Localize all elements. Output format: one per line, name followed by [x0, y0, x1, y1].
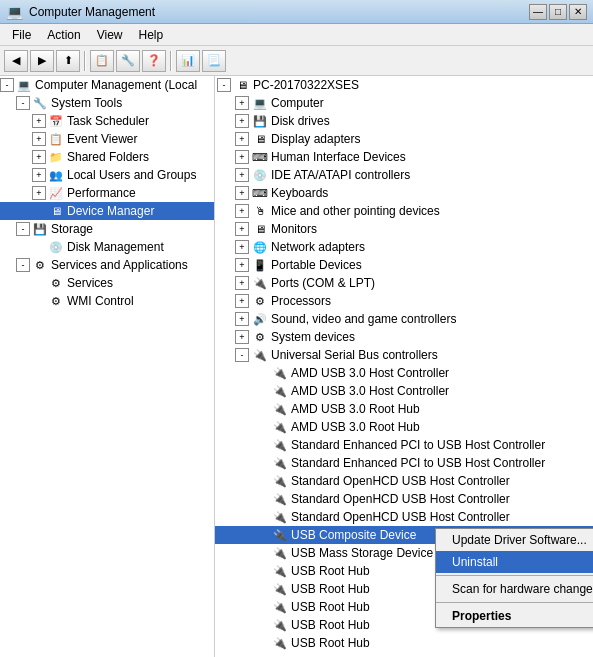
- mice-icon: 🖱: [252, 203, 268, 219]
- usb-controllers-icon: 🔌: [252, 347, 268, 363]
- right-item-disk-drives[interactable]: + 💾 Disk drives: [215, 112, 593, 130]
- performance-expander[interactable]: +: [32, 186, 46, 200]
- right-item-enh-pci-2[interactable]: 🔌 Standard Enhanced PCI to USB Host Cont…: [215, 454, 593, 472]
- ports-expander[interactable]: +: [235, 276, 249, 290]
- properties-toolbar-button[interactable]: 🔧: [116, 50, 140, 72]
- forward-button[interactable]: ▶: [30, 50, 54, 72]
- display-expander[interactable]: +: [235, 132, 249, 146]
- right-item-computer[interactable]: + 💻 Computer: [215, 94, 593, 112]
- context-menu-scan-hardware[interactable]: Scan for hardware changes: [436, 578, 593, 600]
- local-users-expander[interactable]: +: [32, 168, 46, 182]
- keyboards-expander[interactable]: +: [235, 186, 249, 200]
- mice-expander[interactable]: +: [235, 204, 249, 218]
- sidebar-item-performance[interactable]: + 📈 Performance: [0, 184, 214, 202]
- human-interface-expander[interactable]: +: [235, 150, 249, 164]
- task-scheduler-expander[interactable]: +: [32, 114, 46, 128]
- right-item-ide-atapi[interactable]: + 💿 IDE ATA/ATAPI controllers: [215, 166, 593, 184]
- right-item-ports[interactable]: + 🔌 Ports (COM & LPT): [215, 274, 593, 292]
- right-item-sound[interactable]: + 🔊 Sound, video and game controllers: [215, 310, 593, 328]
- network-expander[interactable]: +: [235, 240, 249, 254]
- view-btn-1[interactable]: 📊: [176, 50, 200, 72]
- usb-mass-label: USB Mass Storage Device: [291, 546, 433, 560]
- context-menu-uninstall[interactable]: Uninstall: [436, 551, 593, 573]
- enh-pci-1-label: Standard Enhanced PCI to USB Host Contro…: [291, 438, 545, 452]
- back-button[interactable]: ◀: [4, 50, 28, 72]
- usb-controllers-label: Universal Serial Bus controllers: [271, 348, 438, 362]
- services-apps-expander[interactable]: -: [16, 258, 30, 272]
- right-item-network[interactable]: + 🌐 Network adapters: [215, 238, 593, 256]
- enh-pci-2-label: Standard Enhanced PCI to USB Host Contro…: [291, 456, 545, 470]
- storage-expander[interactable]: -: [16, 222, 30, 236]
- context-menu-update-driver[interactable]: Update Driver Software...: [436, 529, 593, 551]
- amd-hc-2-icon: 🔌: [272, 383, 288, 399]
- maximize-button[interactable]: □: [549, 4, 567, 20]
- sidebar-item-system-tools[interactable]: - 🔧 System Tools: [0, 94, 214, 112]
- root-expander[interactable]: -: [0, 78, 14, 92]
- right-item-human-interface[interactable]: + ⌨ Human Interface Devices: [215, 148, 593, 166]
- sidebar-item-device-manager[interactable]: 🖥 Device Manager: [0, 202, 214, 220]
- sidebar-item-task-scheduler[interactable]: + 📅 Task Scheduler: [0, 112, 214, 130]
- sidebar-item-storage[interactable]: - 💾 Storage: [0, 220, 214, 238]
- system-tools-expander[interactable]: -: [16, 96, 30, 110]
- context-menu-properties[interactable]: Properties: [436, 605, 593, 627]
- right-item-portable[interactable]: + 📱 Portable Devices: [215, 256, 593, 274]
- right-item-system-devices[interactable]: + ⚙ System devices: [215, 328, 593, 346]
- processors-expander[interactable]: +: [235, 294, 249, 308]
- disk-drives-expander[interactable]: +: [235, 114, 249, 128]
- sidebar-item-disk-management[interactable]: 💿 Disk Management: [0, 238, 214, 256]
- amd-hc-1-label: AMD USB 3.0 Host Controller: [291, 366, 449, 380]
- right-item-amd-hub-1[interactable]: 🔌 AMD USB 3.0 Root Hub: [215, 400, 593, 418]
- right-item-amd-hc-1[interactable]: 🔌 AMD USB 3.0 Host Controller: [215, 364, 593, 382]
- left-root-item[interactable]: - 💻 Computer Management (Local: [0, 76, 214, 94]
- right-item-amd-hc-2[interactable]: 🔌 AMD USB 3.0 Host Controller: [215, 382, 593, 400]
- right-item-processors[interactable]: + ⚙ Processors: [215, 292, 593, 310]
- disk-management-label: Disk Management: [67, 240, 164, 254]
- right-item-keyboards[interactable]: + ⌨ Keyboards: [215, 184, 593, 202]
- system-devices-expander[interactable]: +: [235, 330, 249, 344]
- right-item-display-adapters[interactable]: + 🖥 Display adapters: [215, 130, 593, 148]
- enh-pci-2-icon: 🔌: [272, 455, 288, 471]
- usb-controllers-expander[interactable]: -: [235, 348, 249, 362]
- amd-hub-1-label: AMD USB 3.0 Root Hub: [291, 402, 420, 416]
- right-item-enh-pci-1[interactable]: 🔌 Standard Enhanced PCI to USB Host Cont…: [215, 436, 593, 454]
- ide-expander[interactable]: +: [235, 168, 249, 182]
- menu-help[interactable]: Help: [131, 26, 172, 44]
- menu-action[interactable]: Action: [39, 26, 88, 44]
- pc-icon: 🖥: [234, 77, 250, 93]
- sound-icon: 🔊: [252, 311, 268, 327]
- minimize-button[interactable]: —: [529, 4, 547, 20]
- sidebar-item-local-users[interactable]: + 👥 Local Users and Groups: [0, 166, 214, 184]
- right-item-monitors[interactable]: + 🖥 Monitors: [215, 220, 593, 238]
- sidebar-item-services[interactable]: ⚙ Services: [0, 274, 214, 292]
- sidebar-item-wmi[interactable]: ⚙ WMI Control: [0, 292, 214, 310]
- window-controls: — □ ✕: [529, 4, 587, 20]
- sidebar-item-shared-folders[interactable]: + 📁 Shared Folders: [0, 148, 214, 166]
- right-root-item[interactable]: - 🖥 PC-20170322XSES: [215, 76, 593, 94]
- show-hide-button[interactable]: 📋: [90, 50, 114, 72]
- usb-root-3-label: USB Root Hub: [291, 600, 370, 614]
- monitors-expander[interactable]: +: [235, 222, 249, 236]
- shared-folders-expander[interactable]: +: [32, 150, 46, 164]
- menu-file[interactable]: File: [4, 26, 39, 44]
- menu-view[interactable]: View: [89, 26, 131, 44]
- pc-root-expander[interactable]: -: [217, 78, 231, 92]
- right-item-mice[interactable]: + 🖱 Mice and other pointing devices: [215, 202, 593, 220]
- right-item-openhcd-1[interactable]: 🔌 Standard OpenHCD USB Host Controller: [215, 472, 593, 490]
- right-item-usb-root-5[interactable]: 🔌 USB Root Hub: [215, 634, 593, 652]
- right-item-openhcd-2[interactable]: 🔌 Standard OpenHCD USB Host Controller: [215, 490, 593, 508]
- event-viewer-expander[interactable]: +: [32, 132, 46, 146]
- right-item-amd-hub-2[interactable]: 🔌 AMD USB 3.0 Root Hub: [215, 418, 593, 436]
- main-area: - 💻 Computer Management (Local - 🔧 Syste…: [0, 76, 593, 657]
- right-item-openhcd-3[interactable]: 🔌 Standard OpenHCD USB Host Controller: [215, 508, 593, 526]
- computer-expander[interactable]: +: [235, 96, 249, 110]
- sidebar-item-services-apps[interactable]: - ⚙ Services and Applications: [0, 256, 214, 274]
- sidebar-item-event-viewer[interactable]: + 📋 Event Viewer: [0, 130, 214, 148]
- close-button[interactable]: ✕: [569, 4, 587, 20]
- help-toolbar-button[interactable]: ❓: [142, 50, 166, 72]
- portable-expander[interactable]: +: [235, 258, 249, 272]
- up-button[interactable]: ⬆: [56, 50, 80, 72]
- sound-expander[interactable]: +: [235, 312, 249, 326]
- view-btn-2[interactable]: 📃: [202, 50, 226, 72]
- right-item-usb-controllers[interactable]: - 🔌 Universal Serial Bus controllers: [215, 346, 593, 364]
- context-menu: Update Driver Software... Uninstall Scan…: [435, 528, 593, 628]
